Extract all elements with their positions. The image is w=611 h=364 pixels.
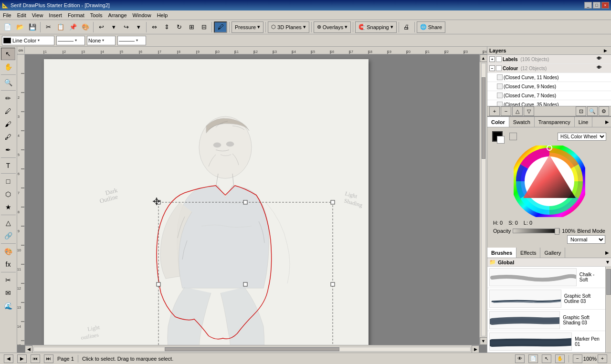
- select-tool[interactable]: ↖: [1, 48, 15, 60]
- pan-tool[interactable]: ✋: [1, 61, 15, 73]
- brushes-tab-effects[interactable]: Effects: [516, 248, 540, 258]
- layer-options-btn[interactable]: ⚙: [599, 106, 609, 116]
- last-page-btn[interactable]: ⏭: [44, 354, 53, 363]
- scroll-thumb-v[interactable]: [482, 77, 485, 159]
- layer-item-2[interactable]: (Closed Curve, 7 Nodes): [487, 91, 611, 100]
- zoom-tool[interactable]: 🔍: [1, 76, 15, 89]
- next-page-btn[interactable]: ▶: [17, 354, 27, 363]
- canvas-page[interactable]: Dark Outline Light Shading Light outline…: [44, 59, 369, 345]
- menu-tools[interactable]: Tools: [87, 11, 105, 19]
- connect-tool[interactable]: 🔗: [1, 229, 15, 242]
- prev-page-btn[interactable]: ◀: [4, 354, 13, 363]
- menu-format[interactable]: Format: [65, 11, 87, 19]
- brushes-scrollbar[interactable]: [605, 267, 611, 353]
- eraser-tool[interactable]: ✒: [1, 144, 15, 156]
- overlays-button[interactable]: ⊕ Overlays ▾: [314, 21, 351, 33]
- flip-h-button[interactable]: ⇔: [148, 21, 160, 33]
- planes3d-button[interactable]: ⬡ 3D Planes ▾: [268, 21, 309, 33]
- layer-eye-labels[interactable]: 👁: [597, 56, 603, 62]
- stroke-swatch[interactable]: [497, 136, 505, 144]
- color-wheel-area[interactable]: [489, 144, 609, 219]
- brush-tool[interactable]: 🖌: [1, 118, 15, 130]
- zoom-in-btn[interactable]: +: [598, 354, 607, 363]
- pressure-button[interactable]: Pressure ▾: [232, 21, 263, 33]
- share-button[interactable]: 🌐 Share: [417, 21, 445, 33]
- blend-mode-select[interactable]: Normal Multiply Screen: [567, 235, 605, 244]
- group-button[interactable]: ⊞: [186, 21, 197, 33]
- close-button[interactable]: ×: [601, 2, 609, 9]
- transparent-swatch[interactable]: [509, 133, 517, 140]
- brushes-tab-gallery[interactable]: Gallery: [540, 248, 565, 258]
- menu-help[interactable]: Help: [154, 11, 171, 19]
- layer-add-btn[interactable]: +: [489, 106, 500, 116]
- format-painter-button[interactable]: 🎨: [80, 21, 91, 33]
- scroll-thumb-h[interactable]: [165, 347, 339, 351]
- hand-btn[interactable]: ✋: [555, 354, 565, 363]
- scroll-track-v[interactable]: [481, 63, 486, 336]
- calligraphy-tool[interactable]: 🖋: [1, 131, 15, 143]
- zoom-out-btn[interactable]: −: [573, 354, 582, 363]
- redo-dropdown[interactable]: ▾: [133, 21, 144, 33]
- opacity-slider[interactable]: [513, 229, 560, 233]
- first-page-btn[interactable]: ⏮: [31, 354, 40, 363]
- menu-insert[interactable]: Insert: [46, 11, 65, 19]
- undo-button[interactable]: ↩: [95, 21, 107, 33]
- menu-window[interactable]: Window: [130, 11, 154, 19]
- menu-arrange[interactable]: Arrange: [105, 11, 129, 19]
- color-tab-transparency[interactable]: Transparency: [535, 117, 575, 127]
- brushes-scroll-thumb[interactable]: [606, 269, 611, 295]
- color-tab-line[interactable]: Line: [575, 117, 593, 127]
- layer-filter-btn[interactable]: 🔍: [587, 106, 598, 116]
- node-tool[interactable]: △: [1, 217, 15, 229]
- save-button[interactable]: 💾: [27, 21, 38, 33]
- layer-expand-colour[interactable]: −: [489, 65, 495, 71]
- layers-content[interactable]: + Labels (106 Objects) 👁 − Colour (12 Ob…: [487, 55, 611, 106]
- rect-tool[interactable]: □: [1, 175, 15, 187]
- layer-eye-colour[interactable]: 👁: [597, 65, 603, 72]
- color-wheel-container[interactable]: [514, 146, 585, 217]
- brushes-panel-expand[interactable]: ▶: [603, 250, 611, 255]
- layer-item-3[interactable]: (Closed Curve, 35 Nodes): [487, 100, 611, 106]
- fill-swatch[interactable]: [492, 131, 503, 142]
- paste-button[interactable]: 📌: [67, 21, 79, 33]
- scroll-track-h[interactable]: [33, 347, 471, 352]
- snapping-button[interactable]: 🧲 Snapping ▾: [355, 21, 397, 33]
- text-tool[interactable]: T: [1, 159, 15, 172]
- color-panel-expand[interactable]: ▶: [603, 119, 611, 125]
- maximize-button[interactable]: □: [593, 2, 600, 9]
- scroll-left-btn[interactable]: ◀: [25, 345, 32, 353]
- open-button[interactable]: 📂: [14, 21, 26, 33]
- layer-view-btn[interactable]: ⊡: [576, 106, 586, 116]
- color-tab-swatch[interactable]: Swatch: [509, 117, 535, 127]
- scroll-right-btn[interactable]: ▶: [472, 345, 479, 353]
- layer-group-labels[interactable]: + Labels (106 Objects) 👁: [487, 55, 611, 64]
- envelope-tool[interactable]: ✉: [1, 287, 15, 299]
- star-tool[interactable]: ★: [1, 201, 15, 213]
- layer-expand-labels[interactable]: +: [489, 56, 495, 62]
- layer-group-colour[interactable]: − Colour (12 Objects) 👁: [487, 64, 611, 73]
- brush-item-chalk-soft[interactable]: Chalk - Soft: [487, 267, 605, 288]
- layer-remove-btn[interactable]: −: [501, 106, 511, 116]
- line-color-select[interactable]: Line Color ▾: [2, 36, 54, 45]
- scroll-up-btn[interactable]: ▲: [480, 54, 487, 62]
- effects-tool[interactable]: fx: [1, 258, 15, 270]
- color-wheel-svg[interactable]: [514, 146, 585, 217]
- cut-button[interactable]: ✂: [42, 21, 54, 33]
- eye-btn[interactable]: 👁: [515, 354, 525, 363]
- flip-v-button[interactable]: ⇕: [161, 21, 172, 33]
- rotate-button[interactable]: ↻: [173, 21, 185, 33]
- scroll-down-btn[interactable]: ▼: [480, 337, 487, 345]
- layer-item-0[interactable]: (Closed Curve, 11 Nodes): [487, 73, 611, 82]
- redo-button[interactable]: ↪: [120, 21, 132, 33]
- brush-item-graphic-shading[interactable]: Graphic Soft Shading 03: [487, 310, 605, 331]
- opacity-thumb[interactable]: [555, 228, 559, 235]
- cursor-btn[interactable]: ↖: [542, 354, 551, 363]
- vertical-scrollbar[interactable]: ▲ ▼: [479, 54, 487, 345]
- brush-category-global[interactable]: 📁 Global ▾: [487, 258, 611, 267]
- line-end-select[interactable]: None ▾: [87, 36, 116, 45]
- undo-dropdown[interactable]: ▾: [108, 21, 119, 33]
- color-mode-select[interactable]: HSL Color Wheel RGB Sliders CMYK Sliders: [558, 133, 606, 141]
- layers-expand-btn[interactable]: ▶: [601, 47, 609, 54]
- color-tab-color[interactable]: Color: [487, 117, 509, 127]
- print-button[interactable]: 🖨: [401, 21, 412, 33]
